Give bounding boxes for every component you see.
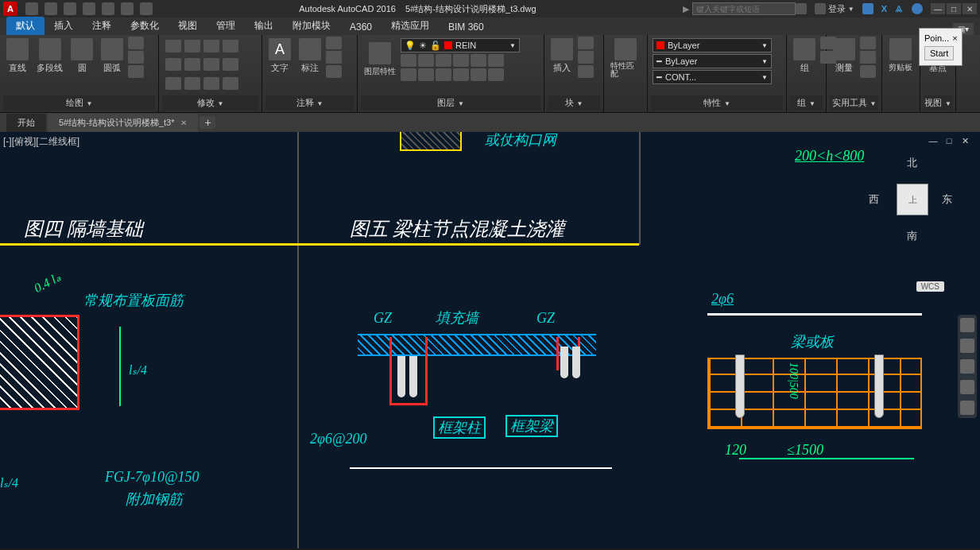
wcs-badge[interactable]: WCS	[916, 281, 944, 292]
tab-addins[interactable]: 附加模块	[283, 17, 340, 35]
layer-props-button[interactable]: 图层特性	[362, 42, 397, 77]
draw-extra-2[interactable]	[128, 51, 144, 64]
extend-icon[interactable]	[223, 40, 238, 52]
qat-undo-icon[interactable]	[121, 2, 134, 15]
viewport-min-icon[interactable]: —	[928, 135, 939, 146]
view-label[interactable]: [-][俯视][二维线框]	[3, 135, 79, 149]
draw-extra-1[interactable]	[128, 37, 144, 49]
help-icon[interactable]	[912, 3, 923, 14]
util-1[interactable]	[860, 37, 876, 49]
minimize-button[interactable]: —	[931, 3, 945, 14]
layer-tool-9[interactable]	[436, 68, 451, 81]
tab-featured[interactable]: 精选应用	[382, 17, 439, 35]
block-create-icon[interactable]	[578, 37, 594, 49]
file-tab-start[interactable]: 开始	[6, 114, 46, 132]
popup-close-icon[interactable]: ×	[952, 33, 957, 43]
tab-a360[interactable]: A360	[340, 19, 382, 35]
layer-tool-8[interactable]	[418, 68, 434, 81]
steering-wheel-icon[interactable]	[960, 318, 974, 332]
viewport-max-icon[interactable]: □	[943, 135, 955, 146]
viewcube-north[interactable]: 北	[907, 156, 917, 170]
insert-button[interactable]: 插入	[548, 37, 576, 76]
trim-icon[interactable]	[203, 40, 219, 52]
app-logo-icon[interactable]: A	[3, 2, 17, 16]
block-attr-icon[interactable]	[578, 65, 594, 78]
layer-dropdown[interactable]: 💡☀🔓REIN▼	[401, 38, 520, 52]
search-icon[interactable]	[796, 3, 807, 14]
viewcube-top-face[interactable]: 上	[897, 184, 928, 215]
tab-default[interactable]: 默认	[6, 17, 45, 35]
mirror-icon[interactable]	[184, 58, 200, 71]
tab-insert[interactable]: 插入	[45, 17, 83, 35]
orbit-icon[interactable]	[960, 380, 974, 394]
layer-tool-10[interactable]	[453, 68, 469, 81]
zoom-extents-icon[interactable]	[960, 359, 974, 374]
layer-tool-5[interactable]	[471, 54, 486, 67]
panel-block-title[interactable]: 块▼	[548, 95, 600, 110]
layer-tool-4[interactable]	[453, 54, 469, 67]
chamfer-icon[interactable]	[223, 58, 238, 71]
panel-draw-title[interactable]: 绘图▼	[3, 95, 155, 110]
qat-print-icon[interactable]	[102, 2, 114, 15]
arc-button[interactable]: 圆弧	[98, 37, 126, 76]
popup-start-button[interactable]: Start	[924, 46, 954, 60]
block-edit-icon[interactable]	[578, 51, 594, 64]
viewcube-south[interactable]: 南	[907, 229, 917, 243]
panel-layers-title[interactable]: 图层▼	[361, 95, 540, 110]
table-icon[interactable]	[326, 51, 342, 64]
linetype-dropdown[interactable]: ━CONT...▼	[653, 70, 772, 84]
layer-tool-7[interactable]	[401, 68, 416, 81]
mtext-icon[interactable]	[326, 65, 342, 78]
tab-view[interactable]: 视图	[168, 17, 207, 35]
tab-bim360[interactable]: BIM 360	[439, 19, 494, 35]
array-icon[interactable]	[203, 77, 219, 90]
login-button[interactable]: 登录 ▼	[815, 3, 854, 15]
panel-util-title[interactable]: 实用工具▼	[830, 95, 878, 110]
layer-tool-3[interactable]	[436, 54, 451, 67]
util-3[interactable]	[860, 65, 876, 78]
polyline-button[interactable]: 多段线	[33, 37, 66, 76]
layer-tool-12[interactable]	[488, 68, 504, 81]
file-tab-close-icon[interactable]: ✕	[180, 118, 187, 127]
pan-icon[interactable]	[960, 339, 974, 353]
panel-modify-title[interactable]: 修改▼	[162, 95, 258, 110]
stretch-icon[interactable]	[165, 77, 181, 90]
line-button[interactable]: 直线	[3, 37, 32, 76]
color-dropdown[interactable]: ByLayer▼	[653, 38, 772, 52]
file-tab-current[interactable]: 5#结构-结构设计说明楼梯_t3*✕	[48, 114, 198, 132]
matchprop-button[interactable]: 特性匹配	[607, 37, 644, 79]
tab-parametric[interactable]: 参数化	[121, 17, 168, 35]
util-2[interactable]	[860, 51, 876, 64]
layer-tool-2[interactable]	[418, 54, 434, 67]
group-button[interactable]: 组	[790, 37, 819, 76]
tab-output[interactable]: 输出	[245, 17, 283, 35]
qat-new-icon[interactable]	[25, 2, 38, 15]
showmotion-icon[interactable]	[960, 401, 974, 415]
viewcube[interactable]: 北 南 西 东 上	[869, 156, 956, 243]
panel-props-title[interactable]: 特性▼	[651, 95, 783, 110]
dim-button[interactable]: 标注	[296, 37, 324, 76]
text-button[interactable]: A文字	[265, 37, 294, 76]
leader-icon[interactable]	[326, 37, 342, 49]
panel-annotate-title[interactable]: 注释▼	[265, 95, 354, 110]
lineweight-dropdown[interactable]: ━ByLayer▼	[653, 54, 772, 68]
tab-annotate[interactable]: 注释	[83, 17, 121, 35]
search-chevron-icon[interactable]: ▶	[683, 4, 689, 14]
copy-icon[interactable]	[165, 58, 181, 71]
scale-icon[interactable]	[184, 77, 200, 90]
fillet-icon[interactable]	[203, 58, 219, 71]
layer-tool-6[interactable]	[488, 54, 504, 67]
panel-view-title[interactable]: 视图▼	[924, 95, 952, 110]
a-icon[interactable]: ⩓	[895, 4, 904, 14]
circle-button[interactable]: 圆	[68, 37, 96, 76]
measure-button[interactable]: 测量	[830, 37, 858, 76]
qat-save-icon[interactable]	[64, 2, 76, 15]
x-icon[interactable]: X	[881, 4, 887, 14]
maximize-button[interactable]: □	[947, 3, 961, 14]
layer-tool-11[interactable]	[471, 68, 486, 81]
rotate-icon[interactable]	[184, 40, 200, 52]
move-icon[interactable]	[165, 40, 181, 52]
viewport-close-icon[interactable]: ✕	[959, 135, 970, 146]
layer-tool-1[interactable]	[401, 54, 416, 67]
exchange-icon[interactable]	[862, 3, 873, 14]
